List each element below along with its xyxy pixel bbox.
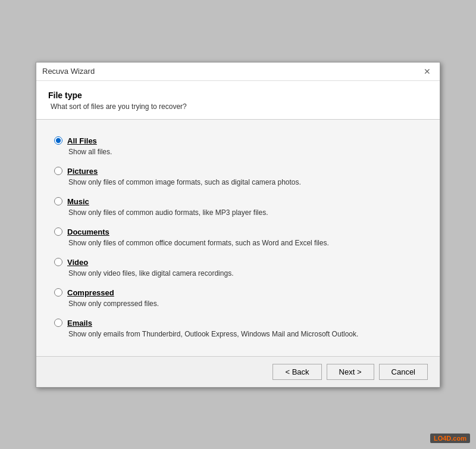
- desc-compressed: Show only compressed files.: [68, 298, 422, 309]
- radio-music[interactable]: [54, 197, 62, 205]
- label-music[interactable]: Music: [67, 197, 89, 206]
- option-label-row-compressed: Compressed: [54, 288, 422, 297]
- watermark-text: LO4D.com: [434, 435, 466, 442]
- option-item-music: MusicShow only files of common audio for…: [54, 192, 422, 223]
- label-compressed[interactable]: Compressed: [67, 288, 114, 297]
- radio-emails[interactable]: [54, 319, 62, 327]
- close-button[interactable]: ✕: [421, 66, 434, 77]
- option-item-emails: EmailsShow only emails from Thunderbird,…: [54, 314, 422, 344]
- label-pictures[interactable]: Pictures: [67, 167, 98, 176]
- label-emails[interactable]: Emails: [67, 319, 92, 328]
- next-button[interactable]: Next >: [327, 364, 374, 380]
- footer-section: < Back Next > Cancel: [36, 356, 440, 387]
- option-label-row-video: Video: [54, 258, 422, 267]
- desc-video: Show only video files, like digital came…: [68, 268, 422, 279]
- desc-music: Show only files of common audio formats,…: [68, 207, 422, 218]
- option-label-row-emails: Emails: [54, 319, 422, 328]
- label-documents[interactable]: Documents: [67, 227, 109, 236]
- header-section: File type What sort of files are you try…: [36, 81, 440, 120]
- radio-documents[interactable]: [54, 227, 62, 236]
- option-item-video: VideoShow only video files, like digital…: [54, 253, 422, 283]
- file-type-options: All FilesShow all files.PicturesShow onl…: [54, 132, 422, 344]
- desc-emails: Show only emails from Thunderbird, Outlo…: [68, 329, 422, 339]
- option-item-all_files: All FilesShow all files.: [54, 132, 422, 162]
- option-item-documents: DocumentsShow only files of common offic…: [54, 223, 422, 253]
- radio-all_files[interactable]: [54, 136, 62, 145]
- option-label-row-documents: Documents: [54, 227, 422, 236]
- option-item-pictures: PicturesShow only files of common image …: [54, 162, 422, 192]
- cancel-button[interactable]: Cancel: [379, 364, 428, 380]
- page-title: File type: [48, 91, 428, 100]
- radio-compressed[interactable]: [54, 288, 62, 297]
- radio-pictures[interactable]: [54, 167, 62, 175]
- desc-pictures: Show only files of common image formats,…: [68, 177, 422, 188]
- desc-all_files: Show all files.: [68, 146, 422, 157]
- option-label-row-all_files: All Files: [54, 136, 422, 145]
- content-area: All FilesShow all files.PicturesShow onl…: [36, 120, 440, 356]
- page-subtitle: What sort of files are you trying to rec…: [51, 102, 428, 111]
- desc-documents: Show only files of common office documen…: [68, 238, 422, 248]
- option-item-compressed: CompressedShow only compressed files.: [54, 283, 422, 314]
- back-button[interactable]: < Back: [273, 364, 321, 380]
- option-label-row-pictures: Pictures: [54, 167, 422, 176]
- watermark: LO4D.com: [430, 434, 470, 443]
- label-video[interactable]: Video: [67, 258, 88, 267]
- recuva-wizard-window: Recuva Wizard ✕ File type What sort of f…: [36, 62, 440, 388]
- label-all_files[interactable]: All Files: [67, 136, 97, 145]
- window-title: Recuva Wizard: [42, 67, 95, 76]
- radio-video[interactable]: [54, 258, 62, 266]
- option-label-row-music: Music: [54, 197, 422, 206]
- title-bar: Recuva Wizard ✕: [36, 63, 440, 81]
